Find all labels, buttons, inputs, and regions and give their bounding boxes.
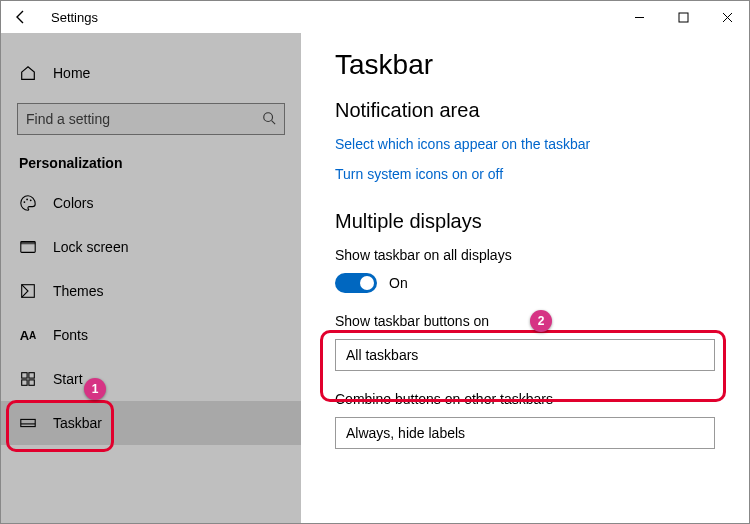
- fonts-icon: AA: [19, 328, 37, 343]
- settings-window: Settings Home Find a setting: [0, 0, 750, 524]
- link-system-icons[interactable]: Turn system icons on or off: [335, 166, 715, 182]
- dropdown-value: All taskbars: [346, 347, 418, 363]
- show-buttons-label: Show taskbar buttons on: [335, 313, 715, 329]
- nav-home[interactable]: Home: [1, 51, 301, 95]
- svg-point-7: [26, 199, 28, 201]
- svg-line-5: [272, 120, 276, 124]
- close-button[interactable]: [705, 1, 749, 33]
- link-select-icons[interactable]: Select which icons appear on the taskbar: [335, 136, 715, 152]
- notification-area-heading: Notification area: [335, 99, 715, 122]
- dropdown-show-buttons[interactable]: All taskbars: [335, 339, 715, 371]
- svg-rect-13: [29, 373, 34, 378]
- sidebar-item-fonts[interactable]: AA Fonts: [1, 313, 301, 357]
- sidebar-section: Personalization: [1, 149, 301, 181]
- svg-rect-15: [29, 380, 34, 385]
- dropdown-combine[interactable]: Always, hide labels: [335, 417, 715, 449]
- home-icon: [19, 64, 37, 82]
- search-placeholder: Find a setting: [26, 111, 110, 127]
- search-input[interactable]: Find a setting: [17, 103, 285, 135]
- search-icon: [262, 111, 276, 128]
- setting-show-buttons-on: Show taskbar buttons on All taskbars: [335, 313, 715, 371]
- taskbar-icon: [19, 414, 37, 432]
- sidebar-item-label: Colors: [53, 195, 93, 211]
- back-button[interactable]: [1, 1, 41, 33]
- search-wrap: Find a setting: [17, 103, 285, 135]
- content-pane: Taskbar Notification area Select which i…: [301, 33, 749, 523]
- sidebar-item-themes[interactable]: Themes: [1, 269, 301, 313]
- setting-combine-buttons: Combine buttons on other taskbars Always…: [335, 391, 715, 449]
- maximize-button[interactable]: [661, 1, 705, 33]
- nav-home-label: Home: [53, 65, 90, 81]
- svg-rect-16: [21, 419, 35, 426]
- show-all-label: Show taskbar on all displays: [335, 247, 715, 263]
- sidebar-item-taskbar[interactable]: Taskbar: [1, 401, 301, 445]
- lockscreen-icon: [19, 238, 37, 256]
- sidebar: Home Find a setting Personalization Colo…: [1, 33, 301, 523]
- window-title: Settings: [41, 10, 98, 25]
- window-body: Home Find a setting Personalization Colo…: [1, 33, 749, 523]
- themes-icon: [19, 282, 37, 300]
- dropdown-value: Always, hide labels: [346, 425, 465, 441]
- sidebar-item-label: Lock screen: [53, 239, 128, 255]
- svg-rect-14: [22, 380, 27, 385]
- titlebar: Settings: [1, 1, 749, 33]
- toggle-show-all[interactable]: [335, 273, 377, 293]
- toggle-state: On: [389, 275, 408, 291]
- svg-rect-10: [21, 242, 35, 245]
- svg-rect-1: [679, 13, 688, 22]
- svg-point-4: [264, 112, 273, 121]
- combine-label: Combine buttons on other taskbars: [335, 391, 715, 407]
- svg-point-8: [30, 199, 32, 201]
- sidebar-item-lockscreen[interactable]: Lock screen: [1, 225, 301, 269]
- toggle-row: On: [335, 273, 715, 293]
- page-title: Taskbar: [335, 49, 715, 81]
- multiple-displays-heading: Multiple displays: [335, 210, 715, 233]
- setting-show-all-displays: Show taskbar on all displays On: [335, 247, 715, 293]
- start-icon: [19, 370, 37, 388]
- sidebar-item-label: Fonts: [53, 327, 88, 343]
- palette-icon: [19, 194, 37, 212]
- sidebar-item-label: Start: [53, 371, 83, 387]
- minimize-button[interactable]: [617, 1, 661, 33]
- sidebar-item-start[interactable]: Start: [1, 357, 301, 401]
- svg-point-6: [24, 201, 26, 203]
- sidebar-item-label: Themes: [53, 283, 104, 299]
- sidebar-item-colors[interactable]: Colors: [1, 181, 301, 225]
- sidebar-item-label: Taskbar: [53, 415, 102, 431]
- window-controls: [617, 1, 749, 33]
- svg-rect-12: [22, 373, 27, 378]
